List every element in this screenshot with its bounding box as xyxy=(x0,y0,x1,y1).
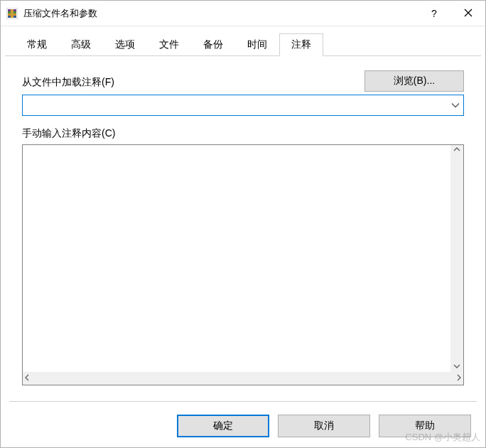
file-path-combo[interactable] xyxy=(22,95,464,116)
dialog-footer: 确定 取消 帮助 xyxy=(1,405,485,447)
tab-comment[interactable]: 注释 xyxy=(279,33,323,56)
file-path-input[interactable] xyxy=(22,95,464,116)
tab-time[interactable]: 时间 xyxy=(235,33,279,56)
manual-comment-label: 手动输入注释内容(C) xyxy=(22,127,464,140)
footer-divider xyxy=(9,401,477,402)
close-icon xyxy=(464,8,472,19)
load-row: 从文件中加载注释(F) 浏览(B)... xyxy=(22,70,464,92)
help-button[interactable]: ? xyxy=(417,1,451,26)
tab-backup[interactable]: 备份 xyxy=(191,33,235,56)
dialog-window: 压缩文件名和参数 ? 常规 高级 选项 文件 备份 时间 注释 从文件中加载注释… xyxy=(0,0,486,448)
load-from-file-label: 从文件中加载注释(F) xyxy=(22,76,114,89)
horizontal-scrollbar[interactable] xyxy=(23,372,463,385)
app-icon xyxy=(6,8,18,19)
vertical-scrollbar[interactable] xyxy=(450,145,463,372)
help-footer-button[interactable]: 帮助 xyxy=(379,415,471,437)
scroll-right-icon xyxy=(456,374,462,383)
titlebar-buttons: ? xyxy=(417,1,485,26)
close-button[interactable] xyxy=(451,1,485,26)
ok-button[interactable]: 确定 xyxy=(177,415,269,437)
scroll-down-icon xyxy=(453,363,460,370)
tab-content: 从文件中加载注释(F) 浏览(B)... 手动输入注释内容(C) xyxy=(1,56,485,393)
scroll-left-icon xyxy=(24,374,30,383)
browse-button[interactable]: 浏览(B)... xyxy=(364,70,464,92)
titlebar: 压缩文件名和参数 ? xyxy=(1,1,485,26)
svg-rect-5 xyxy=(11,9,14,18)
cancel-button[interactable]: 取消 xyxy=(278,415,370,437)
tab-options[interactable]: 选项 xyxy=(103,33,147,56)
comment-textarea[interactable] xyxy=(23,145,450,372)
window-title: 压缩文件名和参数 xyxy=(23,7,417,20)
tab-bar: 常规 高级 选项 文件 备份 时间 注释 xyxy=(5,26,481,56)
help-icon: ? xyxy=(431,8,437,19)
comment-textarea-wrap xyxy=(22,144,464,385)
tab-files[interactable]: 文件 xyxy=(147,33,191,56)
tab-general[interactable]: 常规 xyxy=(15,33,59,56)
scroll-up-icon xyxy=(453,146,460,154)
tab-advanced[interactable]: 高级 xyxy=(59,33,103,56)
